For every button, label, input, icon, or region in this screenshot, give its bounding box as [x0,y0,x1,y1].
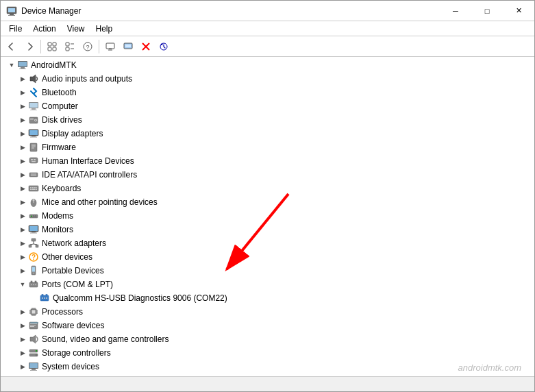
toolbar-scan[interactable] [120,38,136,55]
tree-item-computer[interactable]: ▶ Computer [1,99,534,113]
svg-rect-107 [30,323,37,324]
tree-item-network[interactable]: ▶ Network adapters [1,236,534,250]
mice-expand-icon[interactable]: ▶ [17,197,28,208]
storage-expand-icon[interactable]: ▶ [17,347,28,358]
toolbar-help[interactable]: ? [79,38,96,55]
toolbar-back[interactable] [3,38,20,55]
tree-item-processors[interactable]: ▶ [1,305,534,319]
minimize-button[interactable]: ─ [440,1,471,21]
qualcomm-label: Qualcomm HS-USB Diagnostics 9006 (COM22) [53,293,227,303]
portable-label: Portable Devices [42,266,104,275]
maximize-button[interactable]: □ [471,1,503,21]
usb-expand-icon[interactable]: ▶ [17,375,28,376]
device-tree[interactable]: ▼ AndroidMTK ▶ [1,57,534,376]
hid-label: Human Interface Devices [42,156,134,166]
svg-point-81 [31,284,32,286]
audio-expand-icon[interactable]: ▶ [17,73,28,84]
close-button[interactable]: ✕ [503,1,534,21]
display-icon [28,128,39,139]
mice-label: Mice and other pointing devices [42,197,158,207]
svg-point-82 [33,284,34,286]
svg-rect-91 [46,295,47,296]
tree-item-system[interactable]: ▶ System devices [1,360,534,373]
display-expand-icon[interactable]: ▶ [17,128,28,139]
tree-item-disk[interactable]: ▶ Disk drives [1,113,534,127]
svg-rect-110 [30,322,38,323]
audio-label: Audio inputs and outputs [42,74,132,84]
computer-expand-icon[interactable]: ▶ [17,101,28,112]
toolbar: ? [1,36,534,57]
root-expand-icon[interactable]: ▼ [6,60,17,71]
tree-item-modems[interactable]: ▶ Modems [1,209,534,223]
disk-expand-icon[interactable]: ▶ [17,114,28,125]
tree-item-mice[interactable]: ▶ Mice and other pointing devices [1,195,534,209]
menu-help[interactable]: Help [90,23,119,35]
network-expand-icon[interactable]: ▶ [17,238,28,249]
firmware-icon [28,142,39,153]
ports-expand-icon[interactable]: ▼ [17,279,28,290]
tree-item-ports[interactable]: ▼ Ports (COM & LPT) [1,278,534,291]
firmware-expand-icon[interactable]: ▶ [17,142,28,153]
tree-item-portable[interactable]: ▶ Portable Devices [1,264,534,278]
keyboard-expand-icon[interactable]: ▶ [17,183,28,194]
tree-item-storage[interactable]: ▶ Storage controllers [1,346,534,360]
tree-item-display[interactable]: ▶ Display adapters [1,127,534,140]
toolbar-remove[interactable] [138,38,154,55]
portable-expand-icon[interactable]: ▶ [17,265,28,276]
tree-item-qualcomm[interactable]: ▶ Qualcomm HS-USB Diagnostics 9006 (COM2… [1,291,534,305]
ide-label: IDE ATA/ATAPI controllers [42,170,137,180]
svg-rect-78 [32,267,35,272]
bluetooth-expand-icon[interactable]: ▶ [17,87,28,98]
toolbar-device-list[interactable] [102,38,119,55]
tree-item-other[interactable]: ▶ ? Other devices [1,250,534,264]
tree-item-sound[interactable]: ▶ Sound, video and game controllers [1,332,534,346]
svg-rect-40 [32,145,36,146]
storage-label: Storage controllers [42,348,111,358]
other-icon: ? [28,252,39,262]
tree-item-monitors[interactable]: ▶ Monitors [1,223,534,236]
network-label: Network adapters [42,238,106,248]
svg-rect-93 [32,310,36,314]
modems-expand-icon[interactable]: ▶ [17,210,28,221]
toolbar-expand[interactable] [44,38,60,55]
tree-item-keyboard[interactable]: ▶ Keyboards [1,182,534,195]
software-label: Software devices [42,321,104,330]
menu-view[interactable]: View [62,23,90,35]
mice-icon [28,197,39,208]
svg-rect-67 [32,232,36,233]
content-area: ▼ AndroidMTK ▶ [1,57,534,376]
tree-item-bluetooth[interactable]: ▶ Bluetooth [1,86,534,99]
svg-point-88 [44,297,45,299]
svg-text:?: ? [32,254,36,261]
ide-expand-icon[interactable]: ▶ [17,169,28,180]
software-expand-icon[interactable]: ▶ [17,320,28,331]
tree-item-audio[interactable]: ▶ Audio inputs and outputs [1,72,534,86]
tree-item-usb[interactable]: ▶ Universal Serial Bus controllers [1,373,534,376]
modems-label: Modems [42,211,73,221]
system-expand-icon[interactable]: ▶ [17,361,28,372]
tree-item-software[interactable]: ▶ Software devices [1,319,534,332]
svg-rect-66 [29,226,38,231]
svg-rect-55 [30,189,32,191]
other-expand-icon[interactable]: ▶ [17,252,28,262]
menu-action[interactable]: Action [27,23,61,35]
title-bar: Device Manager ─ □ ✕ [1,1,534,21]
tree-root[interactable]: ▼ AndroidMTK [1,58,534,72]
toolbar-properties[interactable] [62,38,78,55]
menu-file[interactable]: File [3,23,27,35]
sound-expand-icon[interactable]: ▶ [17,334,28,345]
svg-rect-84 [31,281,32,283]
hid-expand-icon[interactable]: ▶ [17,156,28,167]
toolbar-forward[interactable] [21,38,38,55]
display-label: Display adapters [42,129,103,138]
tree-item-firmware[interactable]: ▶ Firmware [1,140,534,154]
tree-item-ide[interactable]: ▶ IDE ATA/ATAPI controllers [1,168,534,182]
svg-rect-8 [66,42,69,46]
svg-rect-24 [21,67,25,69]
svg-rect-18 [125,45,131,47]
tree-item-hid[interactable]: ▶ Human Interface Devices [1,154,534,168]
monitors-expand-icon[interactable]: ▶ [17,224,28,235]
processors-expand-icon[interactable]: ▶ [17,306,28,317]
toolbar-update[interactable] [155,38,172,55]
processors-label: Processors [42,307,83,317]
